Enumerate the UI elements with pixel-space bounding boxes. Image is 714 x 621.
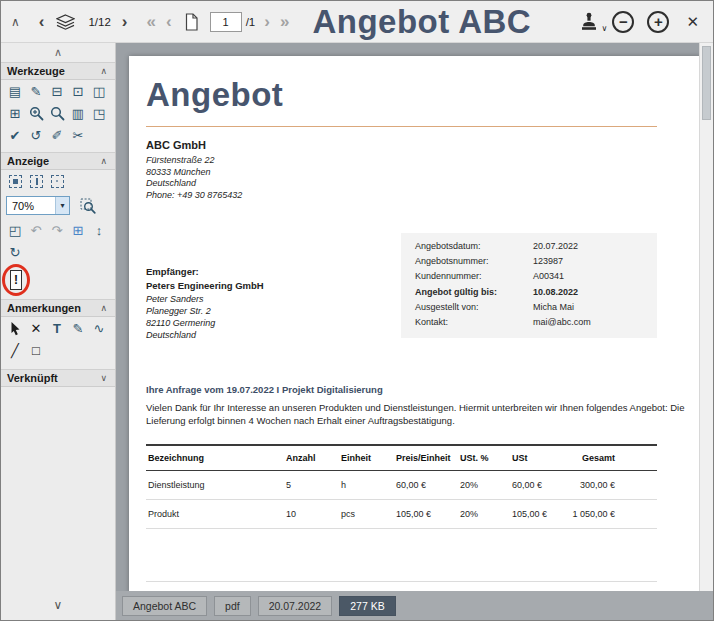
annotations-row-1: ✕ T ✎ ∿: [1, 317, 115, 339]
vertical-scrollbar[interactable]: [699, 43, 713, 591]
info-row: Ausgestellt von:Micha Mai: [415, 300, 643, 315]
table-header-row: Bezeichnung Anzahl Einheit Preis/Einheit…: [146, 445, 657, 471]
edit-icon[interactable]: ✎: [27, 82, 45, 100]
fit-width-icon[interactable]: [27, 172, 45, 190]
page-input[interactable]: [210, 12, 242, 32]
column-header: Einheit: [339, 445, 394, 471]
toolbar-right-group: ∨ − + ✕: [579, 11, 703, 33]
pdf-page: Angebot ABC GmbH Fürstenstraße 22 80333 …: [129, 56, 701, 594]
cut-icon[interactable]: ✂: [69, 126, 87, 144]
tools-row-1: ▤ ✎ ⊟ ⊡ ◫: [1, 80, 115, 102]
file-size-badge: 277 KB: [339, 596, 395, 616]
view-fit-row: [1, 170, 115, 192]
section-label: Werkzeuge: [7, 65, 65, 77]
continuous-scroll-icon[interactable]: ↕: [90, 221, 108, 239]
rectangle-annotation-icon[interactable]: □: [27, 341, 45, 359]
view-row-3: ↻: [1, 241, 115, 263]
section-header-verknuepft[interactable]: Verknüpft ∨: [1, 369, 115, 387]
recipient-and-info: Empfänger: Peters Engineering GmbH Peter…: [146, 233, 657, 338]
zoom-level-select[interactable]: 70% ▾: [6, 196, 70, 215]
cell: 20%: [458, 471, 510, 500]
sender-address-line: Phone: +49 30 8765432: [146, 190, 657, 202]
close-icon[interactable]: ✕: [686, 13, 699, 31]
subject-line: Ihre Anfrage vom 19.07.2022 I Projekt Di…: [146, 384, 657, 395]
print-icon[interactable]: ⊟: [48, 82, 66, 100]
info-row: Angebot gültig bis:10.08.2022: [415, 285, 643, 300]
collapse-toolbar-icon[interactable]: ∧: [11, 15, 20, 29]
cell: Produkt: [146, 500, 284, 529]
file-date-chip[interactable]: 20.07.2022: [258, 596, 333, 616]
scrollbar-thumb[interactable]: [702, 46, 711, 120]
document-info-icon[interactable]: ◫: [90, 82, 108, 100]
document-content: Angebot ABC GmbH Fürstenstraße 22 80333 …: [129, 56, 701, 594]
cell: 300,00 €: [563, 471, 657, 500]
save-view-icon[interactable]: ◰: [6, 221, 24, 239]
extract-page-icon[interactable]: ◳: [90, 104, 108, 122]
zoom-level-value: 70%: [12, 200, 34, 212]
sidebar-scroll-down-icon[interactable]: ∨: [1, 592, 115, 620]
pages-icon[interactable]: ▥: [69, 104, 87, 122]
recipient-address-line: Planegger Str. 2: [146, 305, 366, 317]
cell: pcs: [339, 500, 394, 529]
search-icon[interactable]: [48, 104, 66, 122]
section-header-werkzeuge[interactable]: Werkzeuge ∧: [1, 62, 115, 80]
next-page-icon[interactable]: ›: [264, 13, 270, 30]
zoom-row: 70% ▾: [1, 192, 115, 219]
section-header-anmerkungen[interactable]: Anmerkungen ∧: [1, 299, 115, 317]
refresh-icon[interactable]: ↻: [6, 243, 24, 261]
grid-icon[interactable]: ⊞: [69, 221, 87, 239]
column-header: Anzahl: [284, 445, 339, 471]
delete-annotation-icon[interactable]: ✕: [27, 319, 45, 337]
stamp-icon[interactable]: ∨: [579, 12, 599, 31]
file-warning-icon[interactable]: !: [10, 270, 22, 290]
page-icon: [184, 13, 199, 31]
line-annotation-icon[interactable]: ╱: [6, 341, 24, 359]
zoom-out-button[interactable]: −: [612, 11, 634, 33]
info-row: Angebotsdatum:20.07.2022: [415, 239, 643, 254]
recipient-label: Empfänger:: [146, 266, 366, 277]
chevron-down-icon: ▾: [55, 197, 69, 214]
ink-annotation-icon[interactable]: ✎: [69, 319, 87, 337]
zoom-in-button[interactable]: +: [647, 11, 669, 33]
column-header: USt. %: [458, 445, 510, 471]
column-header: Bezeichnung: [146, 445, 284, 471]
thumbnails-icon[interactable]: ⊞: [6, 104, 24, 122]
undo-icon[interactable]: ↶: [27, 221, 45, 239]
file-name-chip[interactable]: Angebot ABC: [122, 596, 207, 616]
zoom-in-tool-icon[interactable]: [27, 104, 45, 122]
actual-size-icon[interactable]: [48, 172, 66, 190]
fit-page-icon[interactable]: [6, 172, 24, 190]
document-viewport: Angebot ABC GmbH Fürstenstraße 22 80333 …: [116, 43, 713, 620]
save-icon[interactable]: ▤: [6, 82, 24, 100]
section-header-anzeige[interactable]: Anzeige ∧: [1, 152, 115, 170]
cell: 20%: [458, 500, 510, 529]
first-page-icon[interactable]: «: [147, 13, 156, 30]
next-file-icon[interactable]: ›: [122, 13, 128, 30]
body-text: Vielen Dank für Ihr Interesse an unseren…: [146, 401, 694, 427]
rotate-icon[interactable]: ↺: [27, 126, 45, 144]
sidebar: ∧ Werkzeuge ∧ ▤ ✎ ⊟ ⊡ ◫ ⊞ ▥ ◳ ✔ ↺ ✐: [1, 43, 116, 620]
prev-page-icon[interactable]: ‹: [166, 13, 172, 30]
last-page-icon[interactable]: »: [280, 13, 289, 30]
sidebar-scroll-up-icon[interactable]: ∧: [1, 43, 115, 62]
text-annotation-icon[interactable]: T: [48, 319, 66, 337]
signature-icon[interactable]: ✐: [48, 126, 66, 144]
layers-icon[interactable]: [56, 14, 75, 30]
prev-file-icon[interactable]: ‹: [39, 13, 45, 30]
recipient-name: Peters Engineering GmbH: [146, 280, 366, 291]
spellcheck-icon[interactable]: ✔: [6, 126, 24, 144]
redo-icon[interactable]: ↷: [48, 221, 66, 239]
cell: 5: [284, 471, 339, 500]
section-label: Anmerkungen: [7, 302, 81, 314]
export-icon[interactable]: ⊡: [69, 82, 87, 100]
section-label: Anzeige: [7, 155, 49, 167]
chevron-down-icon: ∨: [100, 373, 107, 383]
recipient-address-line: Peter Sanders: [146, 293, 366, 305]
file-type-chip[interactable]: pdf: [214, 596, 251, 616]
cell: h: [339, 471, 394, 500]
divider: [146, 126, 657, 127]
cell: 105,00 €: [394, 500, 458, 529]
curve-annotation-icon[interactable]: ∿: [90, 319, 108, 337]
zoom-region-icon[interactable]: [79, 197, 97, 215]
select-cursor-icon[interactable]: [6, 319, 24, 337]
